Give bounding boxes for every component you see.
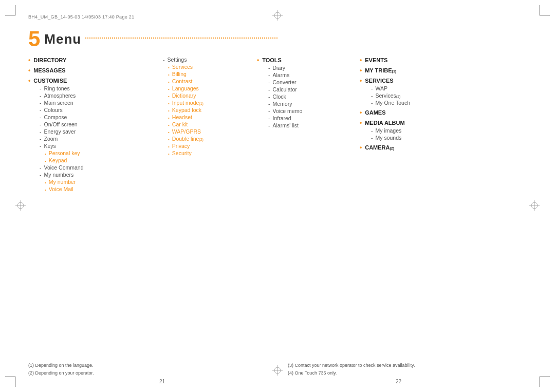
- footnote-left-2: (2) Depending on your operator.: [28, 369, 94, 377]
- column-2: - Settings • Services • Billing • Contra…: [146, 57, 249, 330]
- atmospheres-item: - Atmospheres: [40, 92, 146, 99]
- dash-icon: -: [40, 143, 42, 149]
- small-bullet-icon: •: [168, 94, 170, 99]
- small-bullet-icon: •: [168, 123, 170, 127]
- camera-sup: (2): [390, 146, 394, 150]
- my-sounds-item: - My sounds: [371, 135, 527, 141]
- main-screen-label: Main screen: [44, 100, 73, 106]
- dash-icon: -: [371, 135, 373, 141]
- dash-icon: -: [268, 115, 270, 121]
- contrast-label: Contrast: [172, 78, 193, 84]
- customise-label: CUSTOMISE: [33, 78, 67, 84]
- bullet-icon: •: [28, 57, 30, 64]
- personal-key-item: • Personal key: [45, 150, 146, 156]
- services-sub-label: Services: [172, 64, 193, 70]
- bullet-icon: •: [360, 109, 362, 116]
- small-bullet-icon: •: [45, 152, 46, 156]
- wap-item: - WAP: [371, 85, 527, 91]
- messages-item: • MESSAGES: [28, 67, 146, 74]
- dash-icon: -: [40, 85, 42, 91]
- alarms-item: - Alarms: [268, 72, 352, 78]
- wap-gprs-label: WAP/GPRS: [172, 128, 201, 135]
- compose-label: Compose: [44, 114, 67, 120]
- crop-mark: [15, 377, 16, 387]
- dash-icon: -: [40, 128, 42, 135]
- bullet-icon: •: [360, 119, 362, 126]
- footnote-left-1: (1) Depending on the language.: [28, 362, 94, 369]
- footnotes-right: (3) Contact your network operator to che…: [288, 362, 415, 377]
- column-1: • DIRECTORY • MESSAGES • CUSTOMISE - Rin…: [28, 57, 146, 330]
- voice-command-label: Voice Command: [44, 164, 84, 171]
- crosshair-left: [15, 200, 26, 212]
- energy-saver-item: - Energy saver: [40, 128, 146, 135]
- dash-icon: -: [40, 107, 42, 113]
- double-line-label: Double line: [172, 136, 199, 142]
- mytribe-label: MY TRIBE: [365, 67, 392, 73]
- keypad-lock-item: • Keypad lock: [168, 107, 249, 113]
- car-kit-label: Car kit: [172, 121, 188, 127]
- dash-icon: -: [268, 122, 270, 128]
- compose-item: - Compose: [40, 114, 146, 120]
- small-bullet-icon: •: [45, 159, 46, 163]
- chapter-number: 5: [28, 28, 40, 50]
- camera-item: • CAMERA(2): [360, 144, 527, 151]
- dictionary-label: Dictionary: [172, 92, 196, 99]
- clock-label: Clock: [273, 94, 286, 100]
- dash-icon: -: [268, 79, 270, 85]
- ring-tones-item: - Ring tones: [40, 85, 146, 91]
- bullet-icon: •: [28, 67, 30, 74]
- dash-icon: -: [268, 108, 270, 114]
- small-bullet-icon: •: [45, 180, 46, 185]
- bullet-icon: •: [360, 144, 362, 151]
- tools-item: • TOOLS: [257, 57, 352, 64]
- small-bullet-icon: •: [168, 130, 170, 135]
- dash-icon: -: [268, 94, 270, 100]
- bullet-icon: •: [28, 77, 30, 84]
- games-item: • GAMES: [360, 109, 527, 116]
- content-area: • DIRECTORY • MESSAGES • CUSTOMISE - Rin…: [28, 57, 527, 330]
- small-bullet-icon: •: [168, 80, 170, 84]
- crosshair-right: [529, 200, 540, 212]
- chapter-title: Menu: [44, 31, 81, 47]
- crop-mark: [540, 376, 550, 377]
- media-album-label: MEDIA ALBUM: [365, 120, 404, 126]
- page-number-right: 22: [396, 379, 401, 384]
- billing-label: Billing: [172, 71, 187, 77]
- keypad-lock-label: Keypad lock: [172, 107, 201, 113]
- my-numbers-item: - My numbers: [40, 172, 146, 178]
- my-numbers-label: My numbers: [44, 172, 74, 178]
- services-sub-item: • Services: [168, 64, 249, 70]
- tools-label: TOOLS: [262, 57, 282, 63]
- my-one-touch-label: My One Touch: [376, 100, 411, 106]
- double-line-item: • Double line(2): [168, 136, 249, 142]
- dash-icon: -: [40, 92, 42, 99]
- small-bullet-icon: •: [168, 72, 170, 77]
- customise-item: • CUSTOMISE: [28, 77, 146, 84]
- footnote-num-1: (1): [28, 363, 34, 368]
- atmospheres-label: Atmospheres: [44, 92, 76, 99]
- footnote-text-4: One Touch 735 only.: [295, 370, 337, 376]
- dash-icon: -: [371, 100, 373, 106]
- dictionary-item: • Dictionary: [168, 92, 249, 99]
- car-kit-item: • Car kit: [168, 121, 249, 127]
- my-images-item: - My images: [371, 127, 527, 134]
- crop-mark: [540, 15, 550, 16]
- diary-label: Diary: [273, 65, 286, 71]
- chapter-heading: 5 Menu: [28, 28, 278, 50]
- my-images-label: My images: [376, 127, 402, 134]
- chapter-dots: [85, 38, 278, 39]
- infrared-label: Infrared: [273, 115, 291, 121]
- contrast-item: • Contrast: [168, 78, 249, 84]
- small-bullet-icon: •: [168, 152, 170, 156]
- settings-label: Settings: [168, 57, 187, 63]
- converter-label: Converter: [273, 79, 297, 85]
- dash-icon: -: [40, 164, 42, 171]
- events-item: • EVENTS: [360, 57, 527, 64]
- services-sub2-label: Services: [376, 92, 396, 99]
- services-item: • SERVICES: [360, 77, 527, 84]
- bullet-icon: •: [360, 67, 362, 74]
- keys-label: Keys: [44, 143, 56, 149]
- page-number-left: 21: [159, 379, 165, 384]
- small-bullet-icon: •: [168, 101, 170, 106]
- alarms-list-label: Alarms' list: [273, 122, 299, 128]
